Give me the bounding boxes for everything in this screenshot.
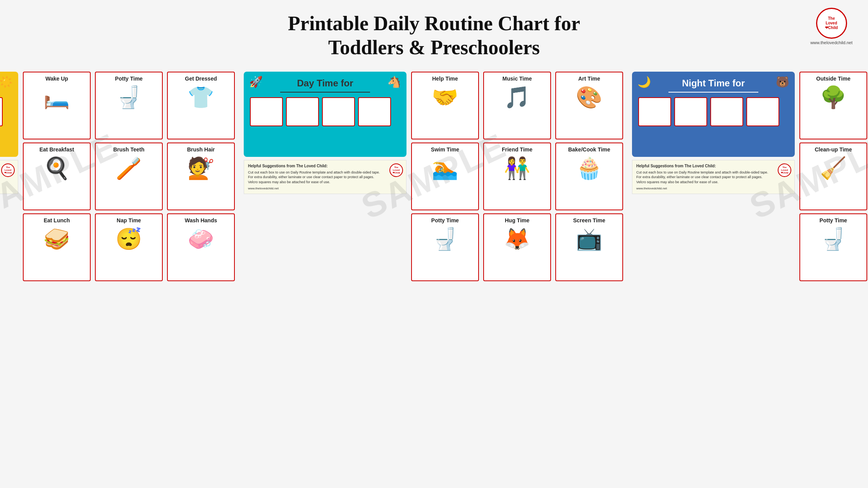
day-potty-icon: 🚽 xyxy=(432,227,458,252)
night-activities-grid: Outside Time 🌳 Eat Dinner 🍝 Bath Time 🛁 … xyxy=(799,72,868,281)
night-card-box-3 xyxy=(710,97,743,126)
day-activities-grid: Help Time 🤝 Music Time 🎵 Art Time 🎨 Swim… xyxy=(411,72,624,281)
morning-wake-up-icon: 🛏️ xyxy=(43,85,70,110)
morning-chart-content: 🐦 ☀️ Morning Time for Helpful Suggestion… xyxy=(0,72,236,281)
day-friend-label: Friend Time xyxy=(502,146,532,153)
day-swim-time: Swim Time 🏊 xyxy=(411,143,479,210)
morning-nap-time: Nap Time 😴 xyxy=(95,213,163,281)
morning-section: 🐦 ☀️ Morning Time for Helpful Suggestion… xyxy=(0,72,236,281)
night-cleanup-label: Clean-up Time xyxy=(815,146,852,153)
day-music-icon: 🎵 xyxy=(504,85,530,110)
morning-left-cards: 🐦 ☀️ Morning Time for Helpful Suggestion… xyxy=(0,72,18,194)
morning-wash-label: Wash Hands xyxy=(185,217,217,223)
morning-helpful-note: Helpful Suggestions from The Loved Child… xyxy=(0,160,18,194)
night-card-boxes xyxy=(638,97,789,126)
day-friend-icon: 👫 xyxy=(504,156,530,181)
night-note-logo: TheLoved❤Child xyxy=(778,163,791,177)
day-potty-label: Potty Time xyxy=(431,217,459,223)
day-bake-label: Bake/Cook Time xyxy=(568,146,610,153)
morning-brush-hair: Brush Hair 💇 xyxy=(167,143,235,210)
night-bear-icon: 🐻 xyxy=(776,76,789,88)
night-card-underline xyxy=(668,92,759,93)
day-bake-icon: 🧁 xyxy=(576,156,603,181)
morning-breakfast-label: Eat Breakfast xyxy=(40,146,74,153)
morning-potty-icon: 🚽 xyxy=(115,85,142,110)
night-printable-card: 🌙 🐻 Night Time for xyxy=(632,72,795,157)
night-potty-label: Potty Time xyxy=(820,217,847,223)
day-hug-time: Hug Time 🦊 xyxy=(483,213,551,281)
morning-brush-teeth: Brush Teeth 🪥 xyxy=(95,143,163,210)
morning-potty-time: Potty Time 🚽 xyxy=(95,72,163,139)
night-potty-time: Potty Time 🚽 xyxy=(799,213,867,281)
morning-get-dressed: Get Dressed 👕 xyxy=(167,72,235,139)
night-outside-label: Outside Time xyxy=(816,76,850,82)
morning-lunch-icon: 🥪 xyxy=(43,227,70,252)
logo-circle: TheLoved❤Child xyxy=(816,8,847,39)
morning-note-website: www.thelovedchild.net xyxy=(0,186,14,191)
day-art-label: Art Time xyxy=(578,76,600,82)
day-screen-label: Screen Time xyxy=(573,217,605,223)
day-music-label: Music Time xyxy=(503,76,532,82)
morning-wash-hands: Wash Hands 🧼 xyxy=(167,213,235,281)
day-bake-time: Bake/Cook Time 🧁 xyxy=(555,143,623,210)
charts-container: 🐦 ☀️ Morning Time for Helpful Suggestion… xyxy=(0,68,868,289)
day-art-time: Art Time 🎨 xyxy=(555,72,623,139)
day-chart-content: 🚀 🐴 Day Time for Helpful Suggestions fro… xyxy=(244,72,624,281)
morning-activities-grid: Wake Up 🛏️ Potty Time 🚽 Get Dressed 👕 Ea… xyxy=(23,72,236,281)
day-note-logo: TheLoved❤Child xyxy=(389,163,403,177)
day-screen-time: Screen Time 📺 xyxy=(555,213,623,281)
night-moon-icon: 🌙 xyxy=(637,76,651,88)
day-help-time: Help Time 🤝 xyxy=(411,72,479,139)
day-swim-icon: 🏊 xyxy=(432,156,458,181)
day-card-box-2 xyxy=(286,97,319,126)
day-card-box-1 xyxy=(250,97,283,126)
day-music-time: Music Time 🎵 xyxy=(483,72,551,139)
night-cleanup-time: Clean-up Time 🧹 xyxy=(799,143,867,210)
day-potty-time: Potty Time 🚽 xyxy=(411,213,479,281)
morning-sun-icon: ☀️ xyxy=(0,76,13,88)
day-help-icon: 🤝 xyxy=(432,85,458,110)
morning-eat-lunch: Eat Lunch 🥪 xyxy=(23,213,91,281)
night-note-website: www.thelovedchild.net xyxy=(636,186,790,191)
morning-wake-up: Wake Up 🛏️ xyxy=(23,72,91,139)
day-printable-card: 🚀 🐴 Day Time for xyxy=(244,72,406,157)
day-hug-icon: 🦊 xyxy=(504,227,530,252)
day-card-box-4 xyxy=(358,97,391,126)
morning-brush-hair-label: Brush Hair xyxy=(187,146,215,153)
night-card-title: Night Time for xyxy=(638,78,789,89)
day-left-cards: 🚀 🐴 Day Time for Helpful Suggestions fro… xyxy=(244,72,406,194)
morning-lunch-label: Eat Lunch xyxy=(44,217,70,223)
day-rocket-icon: 🚀 xyxy=(249,76,263,88)
morning-dressed-label: Get Dressed xyxy=(185,76,217,82)
night-outside-time: Outside Time 🌳 xyxy=(799,72,867,139)
morning-wash-icon: 🧼 xyxy=(188,227,214,252)
morning-breakfast-icon: 🍳 xyxy=(43,156,70,181)
morning-card-boxes xyxy=(0,97,12,126)
night-card-box-4 xyxy=(746,97,779,126)
night-chart-content: 🌙 🐻 Night Time for Helpful Suggestions f… xyxy=(632,72,868,281)
logo-website: www.thelovedchild.net xyxy=(810,40,852,45)
night-card-box-2 xyxy=(674,97,707,126)
morning-brush-teeth-label: Brush Teeth xyxy=(113,146,145,153)
night-helpful-note: Helpful Suggestions from The Loved Child… xyxy=(632,160,795,194)
day-help-label: Help Time xyxy=(432,76,458,82)
morning-potty-label: Potty Time xyxy=(115,76,143,82)
day-note-text: Cut out each box to use on Daily Routine… xyxy=(248,170,402,185)
night-note-text: Cut out each box to use on Daily Routine… xyxy=(636,170,790,185)
day-friend-time: Friend Time 👫 xyxy=(483,143,551,210)
night-potty-icon: 🚽 xyxy=(820,227,847,252)
morning-brush-hair-icon: 💇 xyxy=(188,156,214,181)
day-helpful-note: Helpful Suggestions from The Loved Child… xyxy=(244,160,406,194)
page-title: Printable Daily Routine Chart for Toddle… xyxy=(0,0,868,68)
day-note-title: Helpful Suggestions from The Loved Child… xyxy=(248,163,402,169)
morning-eat-breakfast: Eat Breakfast 🍳 xyxy=(23,143,91,210)
morning-wake-up-label: Wake Up xyxy=(45,76,68,82)
day-hug-label: Hug Time xyxy=(505,217,530,223)
logo-text: TheLoved❤Child xyxy=(825,16,838,30)
morning-note-logo: TheLoved❤Child xyxy=(1,163,15,177)
logo-area: TheLoved❤Child www.thelovedchild.net xyxy=(810,8,852,45)
day-card-boxes xyxy=(250,97,400,126)
day-note-website: www.thelovedchild.net xyxy=(248,186,402,191)
day-swim-label: Swim Time xyxy=(431,146,459,153)
day-card-underline xyxy=(280,92,370,93)
